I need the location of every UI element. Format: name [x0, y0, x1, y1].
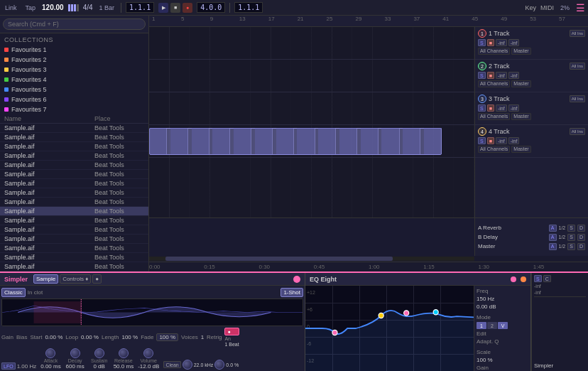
track-arm-btn[interactable]: ■ — [487, 104, 494, 112]
collection-item[interactable]: Favourites 4 — [0, 75, 148, 85]
track-clips[interactable] — [149, 92, 474, 124]
file-row[interactable]: Sample.aifBeat Tools — [0, 124, 148, 133]
track-arm-btn[interactable]: ■ — [487, 72, 494, 79]
file-row[interactable]: Sample.aifBeat Tools — [0, 151, 148, 161]
tap-btn[interactable]: Tap — [23, 4, 38, 12]
eq-graph[interactable]: +12 +6 0 -6 -12 — [305, 286, 474, 371]
bpm-display[interactable]: 120.00 — [42, 4, 64, 11]
track-arm-btn[interactable]: ■ — [487, 137, 494, 144]
oneshot-btn[interactable]: 1-Shot — [281, 288, 303, 297]
return-btn-d: D — [577, 243, 585, 250]
file-place: Beat Tools — [94, 152, 144, 159]
file-row[interactable]: Sample.aifBeat Tools — [0, 216, 148, 225]
menu-btn[interactable]: ☰ — [576, 2, 585, 14]
instrument-right-panel: S C -inf -inf Simpler — [531, 273, 588, 371]
band-btn-2[interactable]: 2 — [487, 322, 497, 329]
filter-knob[interactable] — [183, 360, 192, 370]
collection-item[interactable]: Favourites 1 — [0, 45, 148, 55]
midi-btn[interactable]: MIDI — [540, 4, 554, 11]
volume-knob[interactable] — [143, 348, 153, 358]
release-knob[interactable] — [119, 348, 129, 358]
scrollbar-thumb[interactable] — [165, 257, 393, 261]
track-output-select[interactable]: Master — [511, 48, 530, 55]
lfo-btn[interactable]: LFO — [1, 362, 16, 370]
track-input-select[interactable]: All Channels — [478, 48, 510, 55]
search-input[interactable] — [3, 18, 146, 30]
track-input-row: S ■ -inf -inf — [478, 39, 585, 46]
arrangement-scrollbar[interactable] — [149, 256, 588, 262]
filter-knob-2[interactable] — [214, 360, 224, 370]
track-clips[interactable] — [149, 27, 474, 59]
track-send-btn[interactable]: S — [478, 39, 486, 46]
track-input-select[interactable]: All Channels — [478, 113, 510, 120]
decay-knob[interactable] — [70, 348, 80, 358]
track-input-select[interactable]: All Channels — [478, 146, 510, 153]
eq-close-btn[interactable] — [511, 276, 516, 282]
collection-item[interactable]: Favourites 3 — [0, 65, 148, 75]
collection-item[interactable]: Favourites 7 — [0, 104, 148, 114]
file-row[interactable]: Sample.aifBeat Tools — [0, 225, 148, 235]
track-output-select[interactable]: Master — [511, 80, 530, 87]
play-btn[interactable]: ▶ — [158, 3, 168, 13]
file-row[interactable]: Sample.aifBeat Tools — [0, 235, 148, 244]
close-btn[interactable] — [293, 276, 300, 283]
clean-btn[interactable]: Clean — [163, 361, 180, 368]
track-output-select[interactable]: Master — [511, 113, 530, 120]
return-s-btn[interactable]: A — [549, 225, 557, 232]
classic-btn[interactable]: Classic — [1, 288, 26, 297]
track-send-btn[interactable]: S — [478, 137, 486, 144]
track-monitor-btn[interactable]: All Ins — [570, 128, 585, 135]
file-row[interactable]: Sample.aifBeat Tools — [0, 179, 148, 188]
tab-sample[interactable]: Sample — [33, 274, 58, 284]
inst-btn-c[interactable]: C — [543, 275, 551, 282]
eq-expand-btn[interactable] — [521, 276, 526, 282]
file-row[interactable]: Sample.aifBeat Tools — [0, 262, 148, 271]
position-1[interactable]: 1.1.1 — [126, 2, 154, 13]
return-s-btn[interactable]: A — [549, 243, 557, 250]
rate-btn[interactable]: ● — [224, 328, 239, 335]
attack-knob[interactable] — [45, 348, 55, 358]
track-monitor-btn[interactable]: All Ins — [570, 30, 585, 37]
band-btn-1[interactable]: 1 — [477, 322, 486, 329]
record-btn[interactable]: ● — [183, 3, 192, 13]
track-output-select[interactable]: Master — [511, 146, 530, 153]
eq-panel: EQ Eight +12 +6 0 -6 -1 — [305, 273, 531, 371]
position-2[interactable]: 4.0.0 — [197, 2, 225, 13]
track-arm-btn[interactable]: ■ — [487, 39, 494, 46]
return-s-btn[interactable]: A — [549, 234, 557, 241]
position-3[interactable]: 1.1.1 — [234, 2, 263, 13]
collection-item[interactable]: Favourites 6 — [0, 95, 148, 104]
link-btn[interactable]: Link — [3, 4, 19, 12]
file-row[interactable]: Sample.aifBeat Tools — [0, 170, 148, 179]
track-clips[interactable] — [149, 60, 474, 92]
track-monitor-btn[interactable]: All Ins — [570, 95, 585, 102]
track-input-select[interactable]: All Channels — [478, 80, 510, 87]
collection-item[interactable]: Favourites 5 — [0, 85, 148, 95]
file-row[interactable]: Sample.aifBeat Tools — [0, 142, 148, 151]
file-row[interactable]: Sample.aifBeat Tools — [0, 253, 148, 262]
inst-btn-s[interactable]: S — [534, 275, 542, 282]
file-row[interactable]: Sample.aifBeat Tools — [0, 188, 148, 198]
waveform-display[interactable] — [1, 299, 303, 326]
collection-item[interactable]: Favourites 2 — [0, 55, 148, 65]
band-btn-v[interactable]: V — [498, 322, 508, 329]
file-row[interactable]: Sample.aifBeat Tools — [0, 207, 148, 216]
stop-btn[interactable]: ■ — [170, 3, 180, 13]
tab-controls[interactable]: Controls ♦ — [60, 274, 91, 284]
file-row[interactable]: Sample.aifBeat Tools — [0, 133, 148, 142]
track-send-btn[interactable]: S — [478, 72, 486, 79]
file-list-header: Name Place — [0, 114, 148, 124]
track-send-btn[interactable]: S — [478, 104, 486, 112]
file-name: Sample.aif — [4, 180, 94, 187]
bar-selector[interactable]: 1 Bar — [97, 4, 117, 12]
file-row[interactable]: Sample.aifBeat Tools — [0, 198, 148, 207]
tab-eq[interactable]: ● — [92, 274, 102, 284]
key-btn[interactable]: Key — [525, 4, 536, 11]
top-bar: Link Tap 120.00 4/4 1 Bar 1.1.1 ▶ ■ ● 4.… — [0, 0, 588, 16]
track-monitor-btn[interactable]: All Ins — [570, 63, 585, 70]
file-row[interactable]: Sample.aifBeat Tools — [0, 161, 148, 170]
file-row[interactable]: Sample.aifBeat Tools — [0, 244, 148, 253]
time-sig[interactable]: 4/4 — [83, 4, 93, 11]
sustain-knob[interactable] — [94, 348, 104, 358]
track-clips[interactable] — [149, 125, 474, 157]
